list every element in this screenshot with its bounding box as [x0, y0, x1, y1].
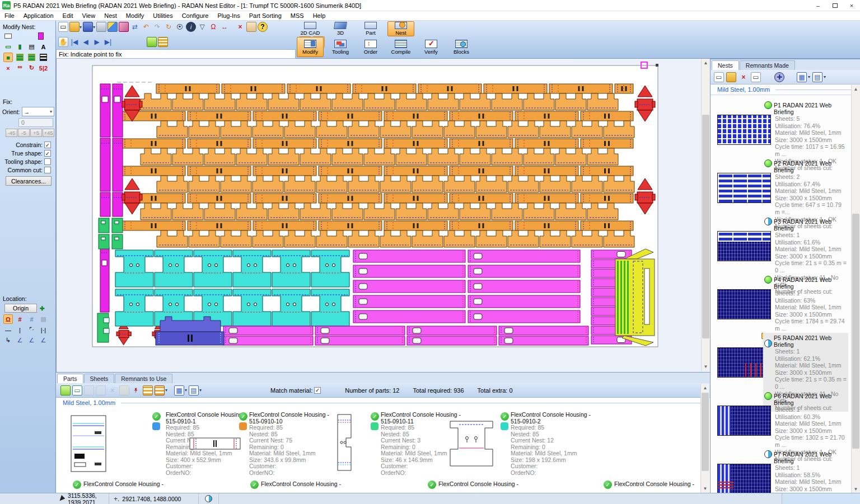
menu-item[interactable]: Edit	[58, 12, 78, 20]
menu-item[interactable]: Part Sorting	[245, 12, 286, 20]
print-icon[interactable]	[96, 22, 106, 32]
scroll-down-icon[interactable]: ▼	[852, 485, 860, 493]
fill-sheet-icon[interactable]	[27, 53, 36, 62]
menu-item[interactable]: Application	[19, 12, 58, 20]
open-dropdown-icon[interactable]: ▾	[80, 25, 82, 30]
open-folder-icon[interactable]	[69, 22, 80, 32]
rotate-step-button[interactable]: +5	[30, 129, 42, 137]
pan-hand-icon[interactable]: ✋	[58, 37, 68, 47]
part-list-item[interactable]: ✓FlexControl Console Housing -	[73, 481, 163, 492]
mode-button[interactable]: 3D	[327, 21, 354, 36]
canvas-scroll-thumb[interactable]	[702, 115, 709, 338]
help-icon[interactable]: ?	[258, 22, 268, 32]
close-button[interactable]: ×	[843, 0, 860, 11]
nest-list-item[interactable]: P5 RADAN 2021 Web Briefing Sheets: 1 Uti…	[712, 333, 849, 391]
nests-scroll-thumb[interactable]	[852, 214, 859, 449]
checkbox[interactable]	[44, 167, 51, 173]
thumbnail-view-dropdown-icon[interactable]: ▾	[808, 74, 810, 79]
grid-points-icon[interactable]: #	[27, 314, 36, 324]
part-list-item[interactable]: ✓FlexControl Console Housing -515-0910-1…	[336, 411, 465, 489]
redo-icon[interactable]: ↷	[152, 22, 162, 32]
menu-item[interactable]: File	[0, 12, 19, 20]
menu-item[interactable]: MSS	[286, 12, 309, 20]
auto-tool-icon[interactable]	[147, 37, 157, 47]
delete-entity-icon[interactable]: ×	[235, 22, 245, 32]
snap-magnet-icon[interactable]: Ω	[3, 314, 13, 324]
snap-node-icon[interactable]: ⦿	[175, 22, 185, 32]
sheet-tool-icon[interactable]	[3, 31, 13, 41]
swap-parts-icon[interactable]: ºº	[15, 63, 25, 73]
parts-scroll-thumb[interactable]	[702, 393, 709, 471]
matrix-icon[interactable]	[39, 53, 48, 62]
menu-item[interactable]: Nest	[100, 12, 121, 20]
go-first-icon[interactable]: |◀	[69, 37, 80, 47]
fix-part-icon[interactable]: ■	[3, 53, 13, 62]
scroll-down-icon[interactable]: ▼	[702, 362, 710, 371]
export-nest-icon[interactable]: ▭	[751, 72, 761, 82]
match-material-checkbox[interactable]	[314, 387, 321, 394]
part-list-item[interactable]: ✓FlexControl Console Housing -515-0910-1…	[189, 411, 318, 489]
part-list-icon[interactable]: ▤	[27, 42, 36, 51]
measure-width-icon[interactable]: ↔	[219, 22, 230, 32]
angle-snap3-icon[interactable]: ∠	[39, 336, 48, 345]
mode-button[interactable]: Order	[357, 37, 384, 57]
delete-part-icon[interactable]: ×	[108, 385, 118, 395]
nest-part-icon[interactable]: ▭	[3, 42, 13, 51]
clearances-button[interactable]: Clearances...	[6, 176, 52, 186]
exit-nest-icon[interactable]	[36, 31, 45, 41]
pin-icon[interactable]: 🖈	[131, 385, 141, 395]
thumbnail-view-icon[interactable]: ▦	[797, 72, 807, 82]
parts-panel-tab[interactable]: Parts	[57, 374, 83, 383]
edit-pencil-icon[interactable]	[108, 22, 118, 32]
part-list-item[interactable]: ✓FlexControl Console Housing -	[250, 481, 341, 492]
magnet-icon[interactable]: Ω	[208, 22, 218, 32]
nests-panel-tab[interactable]: Nests	[712, 60, 739, 70]
undo-icon[interactable]: ↶	[141, 22, 151, 32]
scroll-up-icon[interactable]: ▲	[702, 59, 710, 67]
open-part-icon[interactable]	[119, 385, 129, 395]
angle-input[interactable]: 0	[18, 118, 53, 127]
detail-view-dropdown-icon[interactable]: ▾	[824, 74, 826, 79]
split-tool-icon[interactable]: 5|2	[39, 63, 48, 73]
parts-scrollbar[interactable]: ▲ ▼	[700, 384, 709, 493]
replace-icon[interactable]: ⇄	[130, 22, 140, 32]
mode-button[interactable]: Verify	[418, 37, 445, 57]
menu-item[interactable]: View	[78, 12, 100, 20]
view-style-dropdown-icon[interactable]: ▾	[185, 388, 187, 393]
checkbox[interactable]	[44, 158, 51, 165]
menu-item[interactable]: Help	[309, 12, 330, 20]
axis-icon[interactable]: ↳	[3, 336, 13, 345]
part-list-item[interactable]: ✓FlexControl Console Housing -	[428, 481, 518, 492]
go-last-icon[interactable]: ▶|	[103, 37, 113, 47]
rotate-view-icon[interactable]: ↻	[163, 22, 174, 32]
add-part-icon[interactable]	[60, 385, 71, 395]
angle-snap-icon[interactable]: ∠	[15, 336, 25, 345]
query-entity-icon[interactable]	[246, 22, 256, 32]
mode-button[interactable]: Modify	[297, 37, 324, 57]
report-icon[interactable]	[155, 385, 165, 395]
nest-list-item[interactable]: P3 RADAN 2021 Web Briefing Sheets: 1 Uti…	[712, 216, 849, 275]
mode-button[interactable]: Blocks	[448, 37, 475, 57]
grid-snap-icon[interactable]: #	[15, 314, 25, 324]
horizontal-line-icon[interactable]: ―	[3, 325, 13, 335]
mode-button[interactable]: Tooling	[327, 37, 354, 57]
orient-dropdown[interactable]: → ▾	[22, 107, 54, 116]
rotate-part-icon[interactable]: ↻	[27, 63, 36, 73]
new-document-icon[interactable]: ▭	[58, 22, 68, 32]
parts-panel-tab[interactable]: Remnants to Use	[115, 374, 172, 383]
nest-list-item[interactable]: P7 RADAN 2021 Web Briefing Sheets: 1 Uti…	[712, 449, 849, 493]
menu-item[interactable]: Configure	[177, 12, 213, 20]
mode-button[interactable]: Nest	[387, 21, 414, 36]
save-part-icon[interactable]	[84, 385, 94, 395]
scroll-down-icon[interactable]: ▼	[701, 484, 709, 493]
import-part-icon[interactable]: ▭	[72, 385, 82, 395]
orient-nest-icon[interactable]: ✚	[774, 72, 784, 82]
maximize-button[interactable]	[826, 0, 843, 11]
minimize-button[interactable]: –	[810, 0, 826, 11]
go-previous-icon[interactable]: ◀	[81, 37, 91, 47]
menu-item[interactable]: Plug-Ins	[213, 12, 244, 20]
corner-right-icon[interactable]: |·|	[39, 325, 48, 335]
checkbox[interactable]	[44, 150, 51, 157]
scroll-up-icon[interactable]: ▲	[701, 384, 709, 392]
filter-icon[interactable]: ▽	[197, 22, 207, 32]
